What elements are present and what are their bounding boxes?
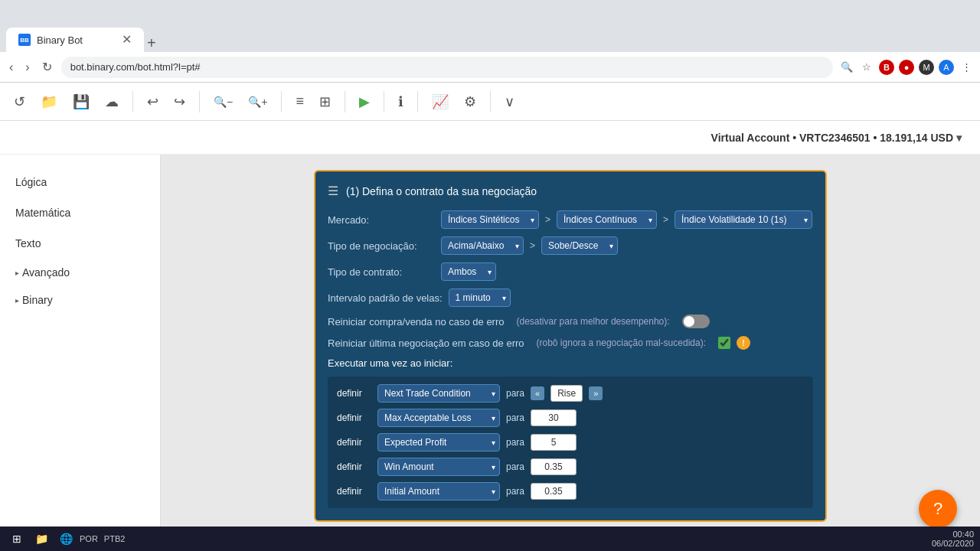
refresh-button[interactable]: ↻ xyxy=(39,57,55,77)
negociacao-row: Tipo de negociação: Acima/Abaixo > Sobe/… xyxy=(328,236,813,255)
mercado-select-3[interactable]: Índice Volatilidade 10 (1s) xyxy=(675,210,812,229)
mercado-select-wrapper-3: Índice Volatilidade 10 (1s) xyxy=(675,210,812,229)
new-tab-button[interactable]: + xyxy=(147,34,156,52)
toolbar-separator-1 xyxy=(132,91,133,112)
mercado-label: Mercado: xyxy=(328,214,435,226)
account-bar: Virtual Account • VRTC2346501 • 18.191,1… xyxy=(0,121,980,155)
open-file-button[interactable]: 📁 xyxy=(36,89,62,115)
exec-select-wrapper-2: Max Acceptable Loss xyxy=(377,409,500,427)
para-label-2: para xyxy=(506,412,524,423)
chevron-icon: ▸ xyxy=(15,269,19,277)
search-icon[interactable]: 🔍 xyxy=(839,60,854,75)
back-button[interactable]: ‹ xyxy=(6,57,16,77)
reiniciar-checkbox-2[interactable] xyxy=(718,337,730,349)
taskbar-lang: POR xyxy=(80,534,98,543)
definir-label-2: definir xyxy=(337,412,371,423)
intervalo-label: Intervalo padrão de velas: xyxy=(328,292,443,304)
exec-select-4[interactable]: Win Amount xyxy=(377,458,500,476)
para-label-4: para xyxy=(506,461,524,472)
exec-select-2[interactable]: Max Acceptable Loss xyxy=(377,409,500,427)
block-title: (1) Defina o contrato da sua negociação xyxy=(346,185,537,197)
sidebar-item-avancado[interactable]: ▸ Avançado xyxy=(0,259,160,286)
bookmark-icon[interactable]: ☆ xyxy=(859,60,874,75)
menu-icon[interactable]: ⋮ xyxy=(959,60,974,75)
reiniciar-row-2: Reiniciar última negociação em caso de e… xyxy=(328,336,813,350)
toolbar-separator-2 xyxy=(199,91,200,112)
negociacao-select-wrapper-2: Sobe/Desce xyxy=(541,236,618,255)
account-info[interactable]: Virtual Account • VRTC2346501 • 18.191,1… xyxy=(711,132,962,144)
exec-select-5[interactable]: Initial Amount xyxy=(377,482,500,500)
rise-value: Rise xyxy=(550,385,583,402)
browser-nav-icons: 🔍 ☆ B ● M A ⋮ xyxy=(839,60,974,75)
exec-row-1: definir Next Trade Condition para « Rise… xyxy=(337,384,804,403)
active-tab[interactable]: BB Binary Bot ✕ xyxy=(6,28,144,52)
sidebar-item-matematica[interactable]: Matemática xyxy=(0,197,160,228)
main-block-panel: ☰ (1) Defina o contrato da sua negociaçã… xyxy=(314,170,827,522)
initial-amount-input[interactable] xyxy=(531,483,577,500)
arrow-sep-1: > xyxy=(545,214,550,225)
undo-button[interactable]: ↩ xyxy=(142,89,163,115)
help-button[interactable]: ? xyxy=(919,490,957,528)
url-input[interactable] xyxy=(61,57,833,78)
reiniciar-toggle-1[interactable] xyxy=(682,315,710,328)
ext-icon-1[interactable]: B xyxy=(879,60,894,75)
list-view-button[interactable]: ≡ xyxy=(291,89,309,114)
account-dropdown-icon[interactable]: ▾ xyxy=(956,132,962,144)
reiniciar-row-1: Reiniciar compra/venda no caso de erro (… xyxy=(328,315,813,328)
sidebar-item-logica[interactable]: Lógica xyxy=(0,167,160,197)
ext-icon-3[interactable]: M xyxy=(919,60,934,75)
zoom-out-button[interactable]: 🔍− xyxy=(209,91,237,112)
exec-row-4: definir Win Amount para xyxy=(337,458,804,476)
quote-left-button[interactable]: « xyxy=(531,386,544,400)
exec-select-1[interactable]: Next Trade Condition xyxy=(377,384,500,403)
tab-bar: BB Binary Bot ✕ + xyxy=(0,24,980,52)
sidebar-item-texto[interactable]: Texto xyxy=(0,228,160,259)
definir-label-3: definir xyxy=(337,437,371,448)
max-loss-input[interactable] xyxy=(531,409,577,426)
ext-icon-2[interactable]: ● xyxy=(899,60,914,75)
taskbar-chrome-icon[interactable]: 🌐 xyxy=(55,528,77,549)
tab-favicon: BB xyxy=(18,34,31,46)
save-button[interactable]: 💾 xyxy=(68,89,94,115)
tab-close-button[interactable]: ✕ xyxy=(122,34,132,46)
arrow-sep-2: > xyxy=(663,214,668,225)
warning-icon[interactable]: ! xyxy=(737,336,750,350)
taskbar-file-explorer[interactable]: 📁 xyxy=(31,528,52,549)
contrato-select-wrapper: Ambos xyxy=(441,262,496,281)
more-button[interactable]: ∨ xyxy=(500,89,519,115)
mercado-select-wrapper-1: Índices Sintéticos xyxy=(441,210,539,229)
negociacao-select-wrapper-1: Acima/Abaixo xyxy=(441,236,524,255)
expected-profit-input[interactable] xyxy=(531,434,577,451)
taskbar-time-area: 00:40 06/02/2020 xyxy=(932,530,974,548)
exec-select-3[interactable]: Expected Profit xyxy=(377,433,500,452)
mercado-select-1[interactable]: Índices Sintéticos xyxy=(441,210,539,229)
redo-button[interactable]: ↪ xyxy=(169,89,190,115)
account-icon[interactable]: A xyxy=(939,60,954,75)
block-view-button[interactable]: ⊞ xyxy=(315,89,335,115)
negociacao-select-1[interactable]: Acima/Abaixo xyxy=(441,236,524,255)
info-button[interactable]: ℹ xyxy=(394,89,408,115)
chart-button[interactable]: 📈 xyxy=(427,89,453,115)
toggle-knob-1 xyxy=(684,316,694,327)
cloud-button[interactable]: ☁ xyxy=(100,89,123,115)
intervalo-row: Intervalo padrão de velas: 1 minuto xyxy=(328,289,813,307)
forward-button[interactable]: › xyxy=(22,57,32,77)
mercado-select-2[interactable]: Índices Contínuos xyxy=(557,210,657,229)
negociacao-select-2[interactable]: Sobe/Desce xyxy=(541,236,618,255)
contrato-select[interactable]: Ambos xyxy=(441,262,496,281)
account-label: Virtual Account • VRTC2346501 • 18.191,1… xyxy=(711,132,953,144)
zoom-in-button[interactable]: 🔍+ xyxy=(243,91,272,112)
exec-row-3: definir Expected Profit para xyxy=(337,433,804,452)
intervalo-select[interactable]: 1 minuto xyxy=(449,289,511,307)
settings-button[interactable]: ⚙ xyxy=(459,89,481,115)
para-label-3: para xyxy=(506,437,524,448)
content-area: ☰ (1) Defina o contrato da sua negociaçã… xyxy=(161,155,980,551)
execute-section: definir Next Trade Condition para « Rise… xyxy=(328,377,813,508)
quote-right-button[interactable]: » xyxy=(589,386,603,400)
win-amount-input[interactable] xyxy=(531,458,577,475)
reiniciar-label-2: Reiniciar última negociação em caso de e… xyxy=(328,337,524,349)
run-button[interactable]: ▶ xyxy=(354,89,374,115)
refresh-tool-button[interactable]: ↺ xyxy=(9,89,30,115)
taskbar-start-button[interactable]: ⊞ xyxy=(6,528,28,549)
sidebar-item-binary[interactable]: ▸ Binary xyxy=(0,286,160,314)
